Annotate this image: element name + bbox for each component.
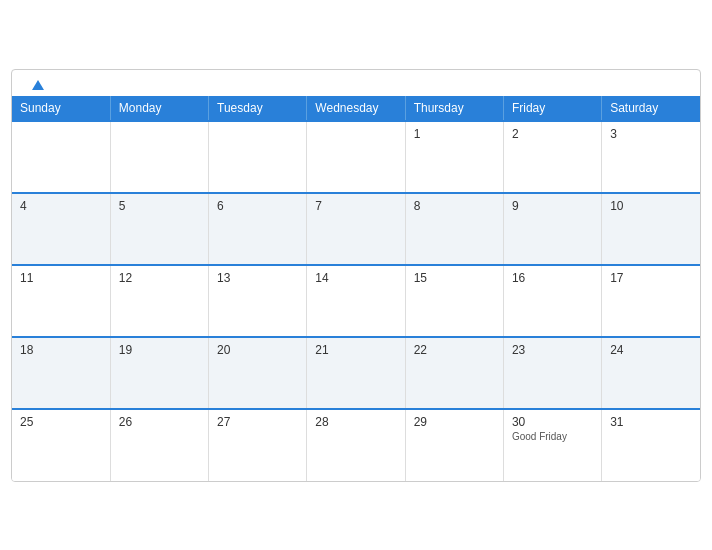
calendar-cell: 6 xyxy=(209,193,307,265)
calendar-cell: 30Good Friday xyxy=(503,409,601,481)
day-number: 4 xyxy=(20,199,102,213)
calendar-cell: 3 xyxy=(602,121,700,193)
logo-triangle-icon xyxy=(32,80,44,90)
calendar-cell: 28 xyxy=(307,409,405,481)
calendar-cell: 21 xyxy=(307,337,405,409)
day-number: 30 xyxy=(512,415,593,429)
day-number: 29 xyxy=(414,415,495,429)
calendar-cell: 10 xyxy=(602,193,700,265)
day-number: 3 xyxy=(610,127,692,141)
week-row-1: 123 xyxy=(12,121,700,193)
day-number: 5 xyxy=(119,199,200,213)
day-number: 21 xyxy=(315,343,396,357)
day-number: 22 xyxy=(414,343,495,357)
week-row-5: 252627282930Good Friday31 xyxy=(12,409,700,481)
day-number: 8 xyxy=(414,199,495,213)
day-number: 19 xyxy=(119,343,200,357)
day-number: 10 xyxy=(610,199,692,213)
calendar-cell: 16 xyxy=(503,265,601,337)
week-row-2: 45678910 xyxy=(12,193,700,265)
calendar-cell: 23 xyxy=(503,337,601,409)
calendar-cell xyxy=(12,121,110,193)
weekday-header-thursday: Thursday xyxy=(405,96,503,121)
calendar-cell: 25 xyxy=(12,409,110,481)
weekday-header-tuesday: Tuesday xyxy=(209,96,307,121)
day-number: 25 xyxy=(20,415,102,429)
calendar-cell xyxy=(110,121,208,193)
day-number: 1 xyxy=(414,127,495,141)
event-label: Good Friday xyxy=(512,431,593,442)
calendar-cell xyxy=(307,121,405,193)
calendar-cell: 20 xyxy=(209,337,307,409)
calendar-cell: 29 xyxy=(405,409,503,481)
day-number: 24 xyxy=(610,343,692,357)
day-number: 15 xyxy=(414,271,495,285)
calendar-header xyxy=(12,70,700,96)
day-number: 17 xyxy=(610,271,692,285)
logo xyxy=(28,80,44,90)
day-number: 20 xyxy=(217,343,298,357)
weekday-header-monday: Monday xyxy=(110,96,208,121)
calendar-cell: 22 xyxy=(405,337,503,409)
calendar-cell: 8 xyxy=(405,193,503,265)
weekday-header-sunday: Sunday xyxy=(12,96,110,121)
weekday-header-row: SundayMondayTuesdayWednesdayThursdayFrid… xyxy=(12,96,700,121)
calendar-cell: 19 xyxy=(110,337,208,409)
day-number: 2 xyxy=(512,127,593,141)
day-number: 23 xyxy=(512,343,593,357)
calendar-cell: 24 xyxy=(602,337,700,409)
weekday-header-friday: Friday xyxy=(503,96,601,121)
calendar-cell: 18 xyxy=(12,337,110,409)
calendar-cell: 9 xyxy=(503,193,601,265)
calendar-cell: 13 xyxy=(209,265,307,337)
day-number: 6 xyxy=(217,199,298,213)
calendar-cell: 2 xyxy=(503,121,601,193)
day-number: 13 xyxy=(217,271,298,285)
calendar-cell: 17 xyxy=(602,265,700,337)
calendar-grid: SundayMondayTuesdayWednesdayThursdayFrid… xyxy=(12,96,700,481)
calendar-cell: 5 xyxy=(110,193,208,265)
week-row-3: 11121314151617 xyxy=(12,265,700,337)
calendar-cell: 27 xyxy=(209,409,307,481)
day-number: 26 xyxy=(119,415,200,429)
calendar-cell: 4 xyxy=(12,193,110,265)
week-row-4: 18192021222324 xyxy=(12,337,700,409)
calendar-cell: 12 xyxy=(110,265,208,337)
calendar-cell: 7 xyxy=(307,193,405,265)
day-number: 11 xyxy=(20,271,102,285)
day-number: 12 xyxy=(119,271,200,285)
day-number: 16 xyxy=(512,271,593,285)
calendar-cell: 31 xyxy=(602,409,700,481)
day-number: 9 xyxy=(512,199,593,213)
calendar-cell: 15 xyxy=(405,265,503,337)
calendar-cell: 1 xyxy=(405,121,503,193)
weekday-header-saturday: Saturday xyxy=(602,96,700,121)
calendar-cell xyxy=(209,121,307,193)
day-number: 14 xyxy=(315,271,396,285)
day-number: 27 xyxy=(217,415,298,429)
day-number: 18 xyxy=(20,343,102,357)
calendar-cell: 11 xyxy=(12,265,110,337)
day-number: 28 xyxy=(315,415,396,429)
weekday-header-wednesday: Wednesday xyxy=(307,96,405,121)
calendar-cell: 26 xyxy=(110,409,208,481)
day-number: 31 xyxy=(610,415,692,429)
calendar-cell: 14 xyxy=(307,265,405,337)
calendar-container: SundayMondayTuesdayWednesdayThursdayFrid… xyxy=(11,69,701,482)
day-number: 7 xyxy=(315,199,396,213)
